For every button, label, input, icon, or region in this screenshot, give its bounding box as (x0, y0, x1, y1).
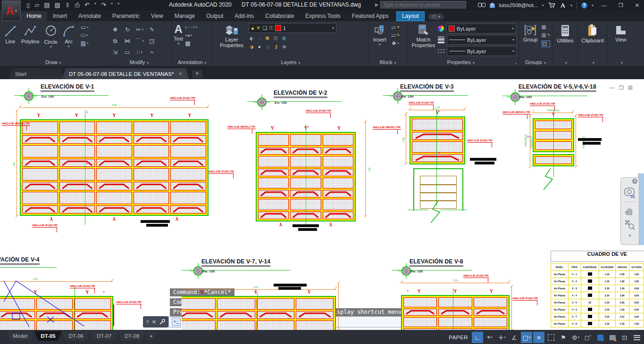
group-button[interactable]: Group (521, 23, 540, 43)
user-avatar-icon[interactable] (490, 3, 495, 8)
fillet-caret-icon[interactable]: ▾ (142, 38, 144, 44)
ribbon-tab-view[interactable]: View (145, 11, 169, 21)
ribbon-tab-collaborate[interactable]: Collaborate (259, 11, 300, 21)
undo-icon[interactable]: ↶ (84, 1, 90, 9)
polar-tracking-icon-caret[interactable]: ▾ (491, 336, 493, 339)
panel-label-view[interactable]: ▾ (607, 59, 635, 66)
help-icon[interactable]: ? (581, 2, 587, 8)
layer-thaw-icon[interactable]: ☼ (265, 44, 270, 50)
mirror-icon[interactable]: ⋈ (125, 38, 130, 44)
autodesk-caret-icon[interactable]: ▾ (570, 3, 572, 8)
minimize-button[interactable]: — (598, 2, 611, 8)
search-input[interactable] (380, 1, 466, 8)
object-snap-icon[interactable]: ▢▾ (521, 332, 532, 343)
layer-isolate-icon[interactable]: ⬖ (250, 35, 253, 41)
panel-label-block[interactable]: Block▾ (369, 59, 407, 66)
polyline-button[interactable]: Polyline (19, 23, 42, 45)
trim-icon[interactable]: ✂▾ (136, 27, 143, 33)
panel-label-clipboard[interactable]: ▾ (578, 59, 607, 66)
file-tab-start[interactable]: Start (8, 68, 64, 79)
hatch-icon[interactable]: ▨ ▾ (81, 41, 89, 46)
new-layout-button[interactable]: + (147, 332, 156, 340)
ribbon-tab-layout[interactable]: Layout (396, 11, 425, 21)
panel-label-layers[interactable]: Layers▾ (213, 59, 368, 66)
ortho-icon[interactable]: ∟ (472, 332, 483, 343)
drawing-canvas[interactable]: — ❐ ☒ CUADRO DE VE NIVELTIPOCANTIDADALFE… (0, 79, 644, 330)
paper-space-label[interactable]: PAPER (449, 335, 468, 340)
ribbon-tab-output[interactable]: Output (201, 11, 229, 21)
layout-tab-dt-07[interactable]: DT-07 (91, 331, 117, 341)
save-as-icon[interactable]: ▧ (54, 1, 60, 9)
stretch-icon[interactable]: ⇲ (113, 49, 117, 55)
copy-icon[interactable]: ⧉ (113, 38, 117, 44)
layer-freeze-icon[interactable]: ❆ (265, 35, 269, 41)
layout-tab-dt-05[interactable]: DT-05 (34, 331, 61, 341)
rotate-icon[interactable]: ↻ (125, 27, 130, 33)
ribbon-tab-manage[interactable]: Manage (169, 11, 201, 21)
panel-label-properties[interactable]: Properties▾ ⌟ (407, 59, 519, 66)
open-file-icon[interactable]: ▱ (34, 1, 39, 9)
move-icon[interactable]: ✥ (113, 27, 117, 33)
layer-unlock-icon[interactable]: ⚷ (274, 44, 278, 50)
ribbon-tab-express-tools[interactable]: Express Tools (300, 11, 346, 21)
properties-launcher-icon[interactable]: ⌟ (515, 59, 517, 66)
navbar-caret-icon[interactable]: ▼ (628, 234, 632, 238)
create-block-icon[interactable]: ▱✦ (392, 25, 400, 30)
layer-match-layer-icon[interactable]: ≋ (282, 44, 286, 50)
maximize-button[interactable]: ❐ (615, 2, 627, 8)
linetype-list-icon[interactable] (438, 49, 444, 53)
lineweight-list-icon[interactable] (438, 36, 444, 43)
text-button[interactable]: A Text▼ (173, 23, 184, 45)
panel-label-utilities[interactable]: ▾ (552, 59, 578, 66)
array-icon[interactable]: ∷▾ (136, 49, 142, 55)
arc-button[interactable]: Arc▼ (60, 23, 78, 49)
cart-icon[interactable] (548, 2, 555, 8)
annotation-monitor-icon[interactable]: ⚑ (558, 332, 569, 343)
rectangle-icon[interactable]: ▭ ▾ (81, 25, 89, 30)
array-caret-icon[interactable]: ▾ (141, 49, 143, 55)
object-color-select[interactable]: ByLayer▾ (446, 24, 516, 33)
explode-icon[interactable]: ◳ (149, 38, 154, 44)
panel-label-modify[interactable]: Modify▾ (107, 59, 171, 66)
selection-cycling-icon[interactable] (545, 332, 557, 343)
help-caret-icon[interactable]: ▾ (592, 3, 594, 8)
insert-button[interactable]: Insert▼ (371, 23, 389, 47)
group-edit-icon[interactable]: ⊞✎ (542, 33, 551, 38)
ribbon-display-toggle[interactable]: ⬭▾ (428, 14, 444, 20)
customization-icon[interactable] (631, 332, 643, 343)
lineweight-select[interactable]: ByLayer▾ (447, 35, 517, 45)
close-button[interactable]: ✕ (631, 2, 643, 8)
trim-caret-icon[interactable]: ▾ (142, 27, 143, 33)
account-caret-icon[interactable]: ▾ (542, 3, 544, 8)
settings-gear-icon-caret[interactable]: ▾ (578, 336, 580, 339)
layer-select[interactable]: ●☀ ❏⚿ 1 ▾ (249, 23, 336, 33)
autocad-logo-icon[interactable]: A▾ (2, 0, 21, 21)
scale-icon[interactable]: ▭ (125, 49, 130, 55)
layer-on-icon[interactable]: ● (258, 44, 261, 50)
view-button[interactable]: View (612, 23, 629, 43)
define-attributes-icon[interactable]: ❖▾ (392, 41, 400, 46)
command-close-icon[interactable]: ✕ (152, 319, 156, 325)
isodraft-icon[interactable]: ∠ (509, 332, 520, 343)
object-snap-icon-caret[interactable]: ▾ (529, 336, 531, 339)
table-icon[interactable]: ▦ (185, 41, 197, 46)
ellipse-icon[interactable]: ⬭ ▾ (81, 33, 89, 38)
snap-icon[interactable]: ✛▾ (496, 332, 508, 343)
print-icon[interactable]: ⎙ (75, 1, 80, 9)
redo-icon[interactable]: ↷ (101, 1, 106, 9)
snap-icon-caret[interactable]: ▾ (504, 336, 506, 339)
match-properties-button[interactable]: Match Properties (409, 23, 438, 49)
ribbon-tab-home[interactable]: Home (21, 11, 47, 21)
layout-tab-dt-08[interactable]: DT-08 (118, 331, 145, 341)
ribbon-tab-add-ins[interactable]: Add-ins (229, 11, 259, 21)
mobile-upload-icon[interactable]: ⇪ (65, 1, 70, 9)
search-collapse-icon[interactable]: ▶ (375, 2, 378, 7)
clean-screen-icon[interactable]: ⊡ (619, 332, 630, 343)
ungroup-icon[interactable]: ⊠ (542, 25, 551, 30)
fillet-icon[interactable]: ⌒▾ (135, 38, 144, 44)
more-commands-caret-icon[interactable]: ▾ (117, 1, 119, 9)
new-tab-button[interactable]: + (192, 70, 202, 78)
zoom-icon[interactable] (624, 219, 636, 230)
panel-label-draw[interactable]: Draw▾ (0, 59, 107, 66)
layer-off-icon[interactable]: ◌ (258, 35, 261, 41)
